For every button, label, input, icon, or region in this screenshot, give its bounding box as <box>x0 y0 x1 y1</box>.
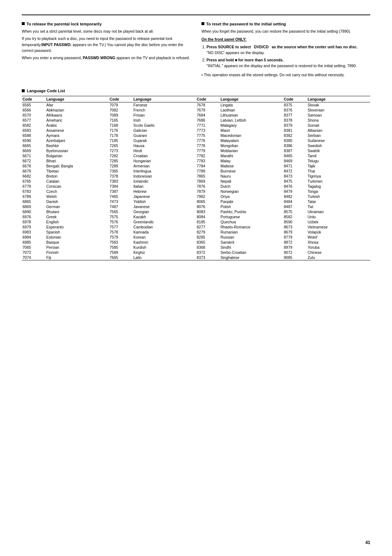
code-cell: 8473 <box>283 174 307 179</box>
code-cell: 8469 <box>283 158 307 163</box>
code-cell: 7285 <box>109 158 132 163</box>
table-row: 6672Bihari7285Hungarian7783Malay8469Telu… <box>22 158 370 163</box>
language-cell: Samoan <box>307 113 370 118</box>
code-cell: 6588 <box>22 133 45 138</box>
language-cell: Maori <box>220 128 283 133</box>
language-cell: Korean <box>132 235 196 240</box>
language-cell: Estonian <box>45 235 109 240</box>
language-cell: Greek <box>45 214 109 219</box>
language-cell: Turkish <box>307 194 370 199</box>
code-cell: 8076 <box>196 204 220 209</box>
language-cell: Tamil <box>307 153 370 158</box>
language-cell: Singhalese <box>220 255 283 260</box>
code-cell: 7079 <box>109 102 132 107</box>
code-cell: 8679 <box>283 230 307 235</box>
language-cell: Hungarian <box>132 158 196 163</box>
code-cell: 7589 <box>109 250 132 255</box>
language-code-section: Language Code List Code Language Code La… <box>22 89 370 260</box>
table-row: 6582Arabic7168Scots Gaelic7771Malagasy83… <box>22 123 370 128</box>
language-cell: Basque <box>45 240 109 245</box>
language-cell: Bhutani <box>45 209 109 214</box>
language-cell: Finnish <box>45 250 109 255</box>
language-cell: Shona <box>307 118 370 123</box>
language-cell: Wolof <box>307 235 370 240</box>
table-row: 6979Esperanto7577Cambodian8277Rhaeto-Rom… <box>22 224 370 230</box>
language-cell: Rhaeto-Romance <box>220 224 283 230</box>
language-cell: Zulu <box>307 255 370 260</box>
code-cell: 8368 <box>196 245 220 250</box>
language-cell: Faroese <box>132 102 196 107</box>
code-cell: 7579 <box>109 235 132 240</box>
language-cell: Assamese <box>45 128 109 133</box>
language-cell: Japanese <box>132 194 196 199</box>
language-cell: Frisian <box>132 113 196 118</box>
code-cell: 8083 <box>196 209 220 214</box>
code-cell: 6976 <box>22 214 45 219</box>
code-cell: 6985 <box>22 240 45 245</box>
table-row: 6682Breton7378Indonesian7865Nauru8473Tig… <box>22 174 370 179</box>
language-cell: Ameharic <box>45 118 109 123</box>
code-cell: 7165 <box>109 118 132 123</box>
code-cell: 6678 <box>22 163 45 169</box>
language-cell: Albanian <box>307 128 370 133</box>
language-cell: Icelandic <box>132 179 196 184</box>
language-cell: Uzbek <box>307 219 370 224</box>
table-row: 6669Byelorussian7273Hindi7779Moldavian83… <box>22 148 370 153</box>
language-cell: Tonga <box>307 189 370 194</box>
code-cell: 8382 <box>283 133 307 138</box>
language-cell: Afar <box>45 102 109 107</box>
language-cell: Kazakh <box>132 214 196 219</box>
code-cell: 8979 <box>283 245 307 250</box>
code-cell: 8372 <box>196 250 220 255</box>
code-cell: 7577 <box>109 224 132 230</box>
language-cell: Tajik <box>307 163 370 169</box>
right-column: To reset the password to the initial set… <box>201 22 370 78</box>
table-row: 6583Assamese7176Galician7773Maori8381Alb… <box>22 128 370 133</box>
col-header-lang-1: Language <box>45 96 109 102</box>
language-cell: Azerbaijani <box>45 138 109 143</box>
code-cell: 7565 <box>109 209 132 214</box>
code-cell: 7869 <box>196 179 220 184</box>
language-cell: Thai <box>307 169 370 174</box>
language-cell: Sindhi <box>220 245 283 250</box>
language-cell: Guarani <box>132 133 196 138</box>
code-cell: 8378 <box>283 118 307 123</box>
code-cell: 7089 <box>109 113 132 118</box>
code-cell: 6890 <box>22 209 45 214</box>
language-cell: Arabic <box>45 123 109 128</box>
language-cell: Hindi <box>132 148 196 153</box>
code-cell: 7273 <box>109 148 132 153</box>
code-cell: 8779 <box>283 235 307 240</box>
language-cell: English <box>45 219 109 224</box>
code-cell: 7779 <box>196 148 220 153</box>
language-cell: Latin <box>132 255 196 260</box>
table-row: 6588Aymara7178Guarani7775Macedonian8382S… <box>22 133 370 138</box>
code-cell: 8185 <box>196 219 220 224</box>
code-cell: 6783 <box>22 189 45 194</box>
code-cell: 7074 <box>22 255 45 260</box>
language-cell: Kurdish <box>132 245 196 250</box>
code-cell: 6566 <box>22 107 45 113</box>
table-row: 6789Welsh7465Japanese7982Oriya8482Turkis… <box>22 194 370 199</box>
table-row: 6890Bhutani7565Georgian8083Pashto, Pusht… <box>22 209 370 214</box>
table-row: 7065Persian7585Kurdish8368Sindhi8979Yoru… <box>22 245 370 250</box>
language-cell: Portuguese <box>220 214 283 219</box>
language-cell: Xhosa <box>307 240 370 245</box>
code-cell: 6583 <box>22 128 45 133</box>
left-body: When you set a strict parental level, so… <box>22 28 191 61</box>
code-cell: 7876 <box>196 184 220 189</box>
language-cell: Turkmen <box>307 179 370 184</box>
code-cell: 6582 <box>22 123 45 128</box>
table-row: 6678Bengali; Bangla7289Armenian7784Malte… <box>22 163 370 169</box>
language-cell: Rumanian <box>220 230 283 235</box>
code-cell: 8381 <box>283 128 307 133</box>
language-cell: Interlingua <box>132 169 196 174</box>
code-cell: 7378 <box>109 174 132 179</box>
language-cell: Pashto, Pushto <box>220 209 283 214</box>
code-cell: 8065 <box>196 199 220 204</box>
instructions-section: To release the parental lock temporarily… <box>22 22 370 78</box>
table-row: 6985Basque7583Kashmiri8365Sanskrit8872Xh… <box>22 240 370 245</box>
code-cell: 6865 <box>22 199 45 204</box>
table-row: 6865Danish7473Yiddish8065Panjabi8484Tata… <box>22 199 370 204</box>
code-cell: 7082 <box>109 107 132 113</box>
